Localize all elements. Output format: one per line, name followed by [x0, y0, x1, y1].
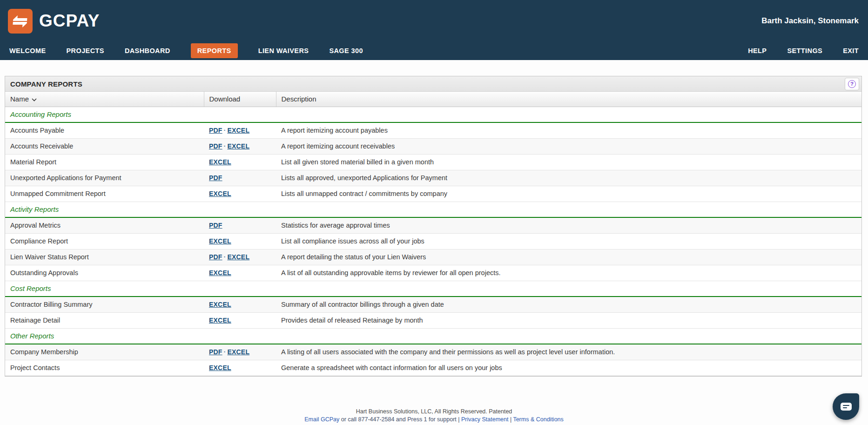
report-description: Generate a spreadsheet with contact info… — [276, 360, 861, 376]
report-name: Material Report — [5, 154, 204, 170]
excel-download-link[interactable]: EXCEL — [209, 190, 231, 197]
pdf-download-link[interactable]: PDF — [209, 253, 222, 261]
gcpay-swap-arrows-icon — [8, 9, 33, 34]
link-separator: · — [222, 253, 228, 261]
pdf-download-link[interactable]: PDF — [209, 348, 222, 356]
report-name: Approval Metrics — [5, 217, 204, 233]
report-description: A report detailing the status of your Li… — [276, 249, 861, 265]
report-description: A list of all outstanding approvable ite… — [276, 265, 861, 281]
report-name: Unexported Applications for Payment — [5, 170, 204, 186]
report-description: Lists all unmapped contract / commitment… — [276, 186, 861, 202]
download-links: EXCEL — [204, 154, 276, 170]
chat-launcher-button[interactable] — [833, 393, 859, 420]
nav-item-projects[interactable]: PROJECTS — [67, 43, 104, 58]
report-description: Statistics for average approval times — [276, 217, 861, 233]
download-links: EXCEL — [204, 186, 276, 202]
excel-download-link[interactable]: EXCEL — [209, 158, 231, 166]
excel-download-link[interactable]: EXCEL — [227, 127, 249, 134]
link-separator: · — [222, 348, 228, 356]
download-links: EXCEL — [204, 360, 276, 376]
nav-item-help[interactable]: HELP — [748, 43, 767, 58]
report-name: Accounts Payable — [5, 122, 204, 138]
section-label: Cost Reports — [5, 281, 861, 297]
download-links: PDF·EXCEL — [204, 138, 276, 154]
footer-copyright: Hart Business Solutions, LLC, All Rights… — [0, 408, 868, 416]
download-links: PDF — [204, 217, 276, 233]
excel-download-link[interactable]: EXCEL — [227, 348, 249, 356]
pdf-download-link[interactable]: PDF — [209, 174, 222, 182]
report-description: Summary of all contractor billings throu… — [276, 297, 861, 312]
download-links: EXCEL — [204, 312, 276, 328]
help-icon: ? — [848, 80, 856, 88]
company-reports-panel: COMPANY REPORTS ? Name Download Descript… — [5, 76, 862, 377]
report-name: Unmapped Commitment Report — [5, 186, 204, 202]
footer: Hart Business Solutions, LLC, All Rights… — [0, 408, 868, 424]
nav-item-settings[interactable]: SETTINGS — [787, 43, 822, 58]
panel-titlebar: COMPANY REPORTS ? — [5, 76, 861, 92]
excel-download-link[interactable]: EXCEL — [209, 237, 231, 245]
report-name: Outstanding Approvals — [5, 265, 204, 281]
download-links: EXCEL — [204, 233, 276, 249]
section-row: Cost Reports — [5, 281, 861, 297]
nav-item-reports[interactable]: REPORTS — [191, 43, 238, 58]
excel-download-link[interactable]: EXCEL — [209, 317, 231, 324]
table-row: Unexported Applications for Payment PDF … — [5, 170, 861, 186]
report-name: Contractor Billing Summary — [5, 297, 204, 312]
footer-link-email-gcpay[interactable]: Email GCPay — [304, 416, 339, 423]
download-links: PDF — [204, 170, 276, 186]
table-row: Project Contacts EXCEL Generate a spread… — [5, 360, 861, 376]
report-description: Lists all approved, unexported Applicati… — [276, 170, 861, 186]
pdf-download-link[interactable]: PDF — [209, 142, 222, 150]
pdf-download-link[interactable]: PDF — [209, 222, 222, 229]
chat-bubble-icon — [841, 403, 852, 411]
nav-right: HELP SETTINGS EXIT — [748, 43, 859, 58]
table-row: Outstanding Approvals EXCEL A list of al… — [5, 265, 861, 281]
excel-download-link[interactable]: EXCEL — [227, 142, 249, 150]
section-label: Accounting Reports — [5, 107, 861, 122]
report-description: A listing of all users associated with t… — [276, 344, 861, 360]
nav-item-lien-waivers[interactable]: LIEN WAIVERS — [258, 43, 309, 58]
report-name: Accounts Receivable — [5, 138, 204, 154]
nav-item-welcome[interactable]: WELCOME — [9, 43, 46, 58]
nav-left: WELCOME PROJECTS DASHBOARD REPORTS LIEN … — [9, 43, 363, 58]
report-description: A report itemizing account receivables — [276, 138, 861, 154]
section-row: Accounting Reports — [5, 107, 861, 122]
excel-download-link[interactable]: EXCEL — [209, 301, 231, 308]
report-name: Lien Waiver Status Report — [5, 249, 204, 265]
excel-download-link[interactable]: EXCEL — [209, 269, 231, 277]
column-header-name[interactable]: Name — [5, 92, 204, 107]
report-name: Company Membership — [5, 344, 204, 360]
table-row: Lien Waiver Status Report PDF·EXCEL A re… — [5, 249, 861, 265]
report-name: Project Contacts — [5, 360, 204, 376]
footer-text: | — [458, 416, 461, 423]
table-row: Company Membership PDF·EXCEL A listing o… — [5, 344, 861, 360]
report-description: A report itemizing account payables — [276, 122, 861, 138]
excel-download-link[interactable]: EXCEL — [227, 253, 249, 261]
table-row: Retainage Detail EXCEL Provides detail o… — [5, 312, 861, 328]
column-header-description: Description — [276, 92, 861, 107]
report-description: Provides detail of released Retainage by… — [276, 312, 861, 328]
reports-table: Name Download Description Accounting Rep… — [5, 92, 861, 376]
column-header-download: Download — [204, 92, 276, 107]
excel-download-link[interactable]: EXCEL — [209, 364, 231, 371]
download-links: PDF·EXCEL — [204, 249, 276, 265]
logo[interactable]: GCPAY — [8, 8, 100, 34]
table-header-row: Name Download Description — [5, 92, 861, 107]
footer-links-line: Email GCPay or call 877-447-2584 and Pre… — [0, 416, 868, 424]
download-links: PDF·EXCEL — [204, 122, 276, 138]
footer-link-terms-conditions[interactable]: Terms & Conditions — [513, 416, 563, 423]
pdf-download-link[interactable]: PDF — [209, 127, 222, 134]
nav-item-dashboard[interactable]: DASHBOARD — [125, 43, 170, 58]
section-label: Activity Reports — [5, 202, 861, 217]
download-links: EXCEL — [204, 265, 276, 281]
link-separator: · — [222, 142, 228, 150]
sort-chevron-down-icon — [32, 98, 37, 101]
download-links: PDF·EXCEL — [204, 344, 276, 360]
help-button[interactable]: ? — [845, 78, 859, 90]
download-links: EXCEL — [204, 297, 276, 312]
nav-item-exit[interactable]: EXIT — [843, 43, 859, 58]
nav-item-sage-300[interactable]: SAGE 300 — [329, 43, 363, 58]
footer-text: | — [508, 416, 513, 423]
footer-link-privacy-statement[interactable]: Privacy Statement — [461, 416, 508, 423]
link-separator: · — [222, 127, 228, 134]
